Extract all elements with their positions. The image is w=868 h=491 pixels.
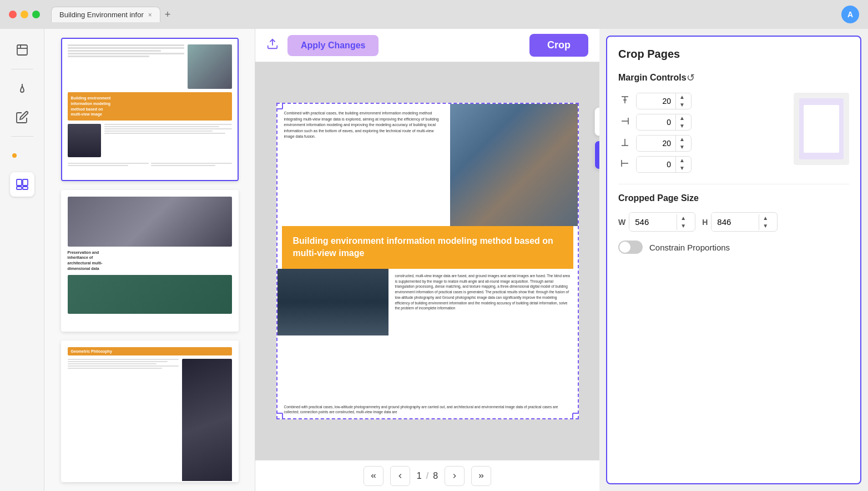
maximize-button[interactable]: [32, 11, 40, 18]
svg-rect-0: [17, 45, 27, 55]
right-margin-input[interactable]: 0: [637, 114, 675, 130]
apply-changes-button[interactable]: Apply Changes: [287, 35, 379, 56]
total-pages: 8: [433, 471, 438, 481]
width-decrement[interactable]: ▼: [677, 222, 689, 230]
page-banner: Building environment information modelin…: [282, 226, 573, 269]
sidebar-item-edit[interactable]: [10, 105, 34, 129]
crop-button[interactable]: Crop: [529, 34, 588, 57]
bottom-margin-increment[interactable]: ▲: [676, 136, 688, 143]
tab-close-icon[interactable]: ×: [148, 11, 152, 19]
margin-preview: [794, 93, 849, 165]
page-intro-text: Combined with practical cases, the build…: [277, 104, 450, 226]
pagination: 1 / 8: [255, 460, 599, 491]
next-page-button[interactable]: [445, 466, 465, 486]
height-input[interactable]: 846: [711, 213, 759, 231]
app-body: Building environmentinformation modeling…: [0, 29, 868, 491]
traffic-lights: [9, 11, 40, 18]
left-margin-increment[interactable]: ▲: [676, 157, 688, 164]
bottom-margin-stepper: ▲ ▼: [675, 136, 688, 151]
sidebar-divider-1: [11, 69, 33, 69]
size-row: W 546 ▲ ▼ H 846 ▲ ▼: [618, 212, 849, 232]
height-stepper: ▲ ▼: [759, 214, 771, 230]
top-margin-increment[interactable]: ▲: [676, 93, 688, 101]
right-margin-increment[interactable]: ▲: [676, 114, 688, 122]
page-content: Combined with practical cases, the build…: [277, 104, 578, 418]
minimize-button[interactable]: [21, 11, 28, 18]
first-page-button[interactable]: [364, 466, 383, 486]
top-margin-stepper: ▲ ▼: [675, 93, 688, 109]
page-person-image: [277, 269, 388, 335]
last-page-button[interactable]: [471, 466, 491, 486]
prev-page-button[interactable]: [390, 466, 410, 486]
top-margin-row: 20 ▲ ▼: [618, 93, 785, 109]
building-image: [450, 104, 578, 226]
reset-margins-button[interactable]: ↺: [687, 72, 695, 84]
width-stepper: ▲ ▼: [677, 214, 689, 230]
page-lower-text: Combined with practical cases, low-altit…: [277, 401, 578, 419]
right-margin-input-wrap: 0 ▲ ▼: [636, 114, 692, 131]
height-increment[interactable]: ▲: [759, 214, 771, 222]
right-margin-decrement[interactable]: ▼: [676, 122, 688, 130]
fit-page-button[interactable]: [594, 107, 600, 136]
section-divider: [618, 184, 849, 184]
right-margin-stepper: ▲ ▼: [675, 114, 688, 130]
top-margin-decrement[interactable]: ▼: [676, 101, 688, 109]
top-margin-input[interactable]: 20: [637, 93, 675, 109]
cropped-size-title: Cropped Page Size: [618, 193, 849, 203]
width-field: W 546 ▲ ▼: [618, 212, 695, 232]
pages-panel: Building environmentinformation modeling…: [44, 29, 255, 491]
titlebar: Building Environment infor × + A: [0, 0, 868, 29]
active-tab[interactable]: Building Environment infor ×: [51, 7, 160, 22]
left-margin-input-wrap: 0 ▲ ▼: [636, 156, 692, 173]
active-indicator: [12, 153, 17, 158]
height-input-wrap: 846 ▲ ▼: [711, 212, 778, 232]
bottom-margin-input-wrap: 20 ▲ ▼: [636, 135, 692, 152]
sidebar-item-pages[interactable]: [10, 172, 34, 197]
bottom-margin-icon: [618, 137, 632, 149]
page-top-section: Combined with practical cases, the build…: [277, 104, 578, 226]
margin-controls: 20 ▲ ▼: [618, 93, 849, 173]
main-area: Apply Changes Crop Comb: [255, 29, 599, 491]
height-decrement[interactable]: ▼: [759, 222, 771, 230]
bottom-margin-decrement[interactable]: ▼: [676, 143, 688, 151]
sidebar-divider-2: [11, 136, 33, 137]
page-separator: /: [426, 471, 428, 481]
sidebar-item-brush[interactable]: [10, 76, 34, 101]
width-input[interactable]: 546: [629, 213, 677, 231]
page-thumbnail-2[interactable]: Preservation andinheritance ofarchitectu…: [61, 190, 239, 332]
height-field: H 846 ▲ ▼: [702, 212, 778, 232]
preview-page-inner: [804, 105, 839, 153]
sidebar-item-layout[interactable]: [10, 143, 34, 168]
new-tab-button[interactable]: +: [165, 9, 171, 21]
page-1-image: Building environmentinformation modeling…: [62, 39, 238, 181]
right-margin-icon: [618, 116, 632, 128]
crop-overlay: [594, 107, 600, 169]
page-thumbnail-3[interactable]: Geometric Philosophy 3: [61, 340, 239, 482]
resize-handle-br[interactable]: [572, 413, 579, 419]
left-margin-decrement[interactable]: ▼: [676, 164, 688, 172]
svg-rect-6: [17, 187, 22, 189]
icon-sidebar: [0, 29, 44, 491]
width-increment[interactable]: ▲: [677, 214, 689, 222]
top-margin-input-wrap: 20 ▲ ▼: [636, 93, 692, 109]
page-info: 1 / 8: [417, 471, 438, 481]
resize-handle-tl[interactable]: [276, 103, 283, 109]
left-margin-icon: [618, 158, 632, 171]
page-2-image: Preservation andinheritance ofarchitectu…: [62, 191, 238, 332]
constrain-proportions-toggle[interactable]: [618, 241, 643, 254]
avatar: A: [841, 6, 859, 23]
left-margin-input[interactable]: 0: [637, 157, 675, 172]
crop-tool-button[interactable]: [594, 141, 600, 169]
margin-controls-title: Margin Controls: [618, 73, 687, 83]
resize-handle-bl[interactable]: [276, 413, 283, 419]
close-button[interactable]: [9, 11, 17, 18]
right-panel: Crop Pages Margin Controls ↺: [606, 36, 861, 484]
bottom-margin-input[interactable]: 20: [637, 136, 675, 151]
page-thumbnail-1[interactable]: Building environmentinformation modeling…: [61, 38, 239, 181]
current-page: 1: [417, 471, 422, 481]
page-bottom-section: constructed, multi-view image data are f…: [277, 269, 578, 401]
sidebar-item-book[interactable]: [10, 38, 34, 62]
top-margin-icon: [618, 95, 632, 107]
width-input-wrap: 546 ▲ ▼: [629, 212, 695, 232]
preview-page-outer: [799, 98, 844, 159]
